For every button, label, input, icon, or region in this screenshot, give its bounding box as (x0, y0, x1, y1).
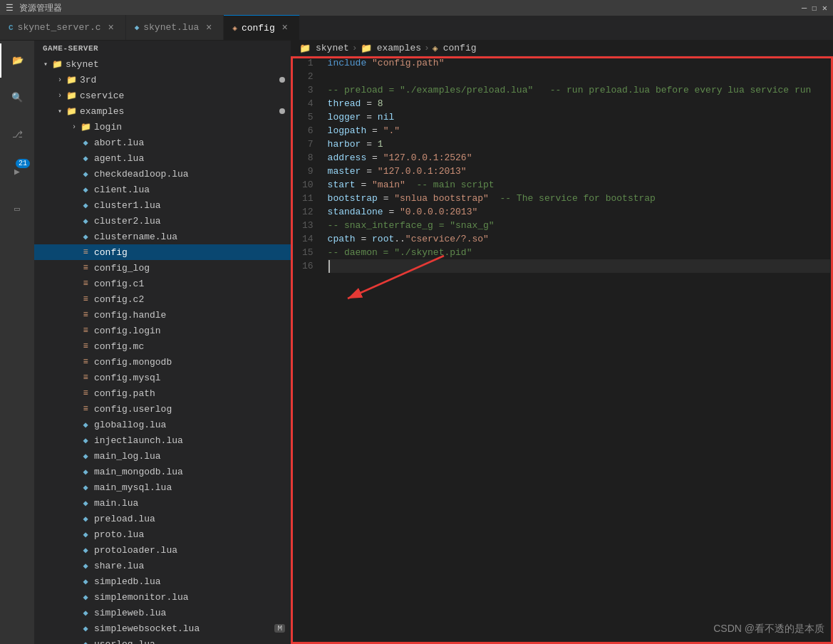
sidebar-item-protoloader-lua[interactable]: › ◆ protoloader.lua (34, 542, 291, 558)
sidebar-item-examples[interactable]: ▾ 📁 examples (34, 103, 291, 119)
sidebar-item-globallog-lua[interactable]: › ◆ globallog.lua (34, 417, 291, 432)
activity-explorer[interactable]: 📂 (0, 43, 34, 78)
sidebar-item-3rd[interactable]: › 📁 3rd (34, 72, 291, 88)
line-num-7: 7 (302, 137, 314, 151)
sidebar-item-config[interactable]: › ≡ config (34, 244, 291, 260)
line-num-1: 1 (302, 56, 314, 70)
sidebar-item-injectlaunch-lua[interactable]: › ◆ injectlaunch.lua (34, 432, 291, 448)
sidebar-item-main-lua[interactable]: › ◆ main.lua (34, 495, 291, 511)
sidebar-item-simplewebsocket-lua[interactable]: › ◆ simplewebsocket.lua M (34, 620, 291, 636)
titlebar-title: 资源管理器 (19, 2, 62, 14)
sidebar-item-userlog-lua[interactable]: › ◆ userlog.lua (34, 636, 291, 644)
tab-bar: C skynet_server.c × ◆ skynet.lua × ◈ con… (0, 16, 833, 41)
explorer-icon: 📂 (12, 55, 24, 66)
token-num-1: 1 (378, 137, 383, 151)
sidebar-item-config-mongodb[interactable]: › ≡ config.mongodb (34, 354, 291, 370)
sidebar-item-config-login[interactable]: › ≡ config.login (34, 323, 291, 338)
activity-debug[interactable]: ▶ 21 (0, 155, 34, 189)
sidebar-item-preload-lua[interactable]: › ◆ preload.lua (34, 511, 291, 526)
sidebar-label-config-c2: config.c2 (94, 294, 144, 305)
sidebar-item-simpleweb-lua[interactable]: › ◆ simpleweb.lua (34, 605, 291, 620)
sidebar-item-skynet[interactable]: ▾ 📁 skynet (34, 56, 291, 72)
sidebar-item-main-mysql-lua[interactable]: › ◆ main_mysql.lua (34, 479, 291, 495)
sidebar-item-main-mongodb-lua[interactable]: › ◆ main_mongodb.lua (34, 464, 291, 479)
token-concat: .. (394, 232, 405, 246)
sidebar-label-main-mongodb-lua: main_mongodb.lua (94, 467, 183, 477)
code-editor[interactable]: 1 2 3 4 5 6 7 8 9 10 11 12 13 14 15 16 (291, 56, 833, 644)
activity-extensions[interactable]: ▭ (0, 192, 34, 226)
token-eq-thread: = (361, 97, 377, 110)
code-line-15: -- daemon = "./skynet.pid" (328, 246, 830, 259)
config-icon-handle: ≡ (80, 309, 91, 321)
line-num-14: 14 (302, 232, 314, 246)
sidebar-item-config-userlog[interactable]: › ≡ config.userlog (34, 401, 291, 417)
sidebar-item-cservice[interactable]: › 📁 cservice (34, 88, 291, 103)
sidebar-label-abort-lua: abort.lua (94, 137, 144, 148)
sidebar-content[interactable]: ▾ 📁 skynet › 📁 3rd › 📁 cservice (34, 56, 291, 644)
lua-icon-userlog: ◆ (80, 638, 91, 644)
tab-skynet-lua[interactable]: ◆ skynet.lua × (126, 15, 224, 40)
sidebar-item-client-lua[interactable]: › ◆ client.lua (34, 182, 291, 197)
lua-icon-simplewebsocket: ◆ (80, 623, 91, 634)
editor-area: 📁 skynet › 📁 examples › ◈ config 1 2 3 4 (291, 41, 833, 644)
token-root: root (372, 232, 394, 246)
token-str-master: "127.0.0.1:2013" (378, 165, 467, 178)
lua-icon-protoloader: ◆ (80, 544, 91, 556)
sidebar-item-cluster2-lua[interactable]: › ◆ cluster2.lua (34, 213, 291, 229)
sidebar-item-checkdeadloop-lua[interactable]: › ◆ checkdeadloop.lua (34, 166, 291, 182)
badge-simplewebsocket: M (274, 624, 285, 633)
sidebar-item-config-c2[interactable]: › ≡ config.c2 (34, 291, 291, 307)
arrow-icon-examples: ▾ (54, 105, 66, 117)
sidebar-item-clustername-lua[interactable]: › ◆ clustername.lua (34, 229, 291, 244)
git-icon: ⎇ (12, 129, 23, 140)
sidebar-item-agent-lua[interactable]: › ◆ agent.lua (34, 150, 291, 166)
arrow-icon-3rd: › (54, 74, 66, 85)
token-str-dot: "." (383, 124, 400, 137)
sidebar-label-simplewebsocket-lua: simplewebsocket.lua (94, 623, 200, 634)
sidebar-item-share-lua[interactable]: › ◆ share.lua (34, 558, 291, 573)
sidebar-item-cluster1-lua[interactable]: › ◆ cluster1.lua (34, 197, 291, 213)
watermark: CSDN @看不透的是本质 (713, 623, 824, 635)
token-cpath: cpath (328, 232, 356, 246)
tab-close-config[interactable]: × (279, 22, 291, 33)
sidebar-item-simplemonitor-lua[interactable]: › ◆ simplemonitor.lua (34, 589, 291, 605)
lua-icon-cluster1: ◆ (80, 199, 91, 211)
sidebar-item-config-c1[interactable]: › ≡ config.c1 (34, 276, 291, 291)
breadcrumb-folder-icon: 📁 (299, 43, 311, 54)
sidebar-item-proto-lua[interactable]: › ◆ proto.lua (34, 526, 291, 542)
lua-icon-cluster2: ◆ (80, 215, 91, 227)
tab-skynet-server-c[interactable]: C skynet_server.c × (0, 15, 126, 40)
sidebar-item-login[interactable]: › 📁 login (34, 119, 291, 135)
sidebar-header: GAME-SERVER (34, 41, 291, 56)
lua-icon-injectlaunch: ◆ (80, 435, 91, 446)
lua-icon-simpledb: ◆ (80, 576, 91, 587)
config-icon-config: ≡ (80, 246, 91, 258)
sidebar-item-config-log[interactable]: › ≡ config_log (34, 260, 291, 276)
breadcrumb-config[interactable]: config (443, 43, 477, 53)
activity-git[interactable]: ⎇ (0, 118, 34, 152)
lua-icon-clustername: ◆ (80, 231, 91, 242)
code-line-7: harbor = 1 (328, 137, 830, 151)
tab-config[interactable]: ◈ config × (224, 15, 299, 40)
sidebar-item-config-mysql[interactable]: › ≡ config.mysql (34, 370, 291, 385)
sidebar-item-config-handle[interactable]: › ≡ config.handle (34, 307, 291, 323)
token-eq-master: = (361, 165, 377, 178)
token-config-path: "config.path" (372, 56, 444, 70)
line-num-4: 4 (302, 97, 314, 110)
config-icon-mysql: ≡ (80, 372, 91, 383)
line-num-5: 5 (302, 110, 314, 124)
tab-close-skynet-server-c[interactable]: × (105, 22, 117, 33)
tab-close-skynet-lua[interactable]: × (203, 22, 214, 33)
sidebar-item-config-mc[interactable]: › ≡ config.mc (34, 338, 291, 354)
sidebar-item-abort-lua[interactable]: › ◆ abort.lua (34, 135, 291, 150)
breadcrumb-skynet[interactable]: skynet (316, 43, 349, 53)
sidebar-item-config-path[interactable]: › ≡ config.path (34, 385, 291, 401)
token-cmt-service: -- The service for bootstrap (500, 192, 655, 205)
breadcrumb-examples[interactable]: examples (377, 43, 421, 53)
sidebar-item-main-log-lua[interactable]: › ◆ main_log.lua (34, 448, 291, 464)
line-num-3: 3 (302, 83, 314, 97)
sidebar-item-simpledb-lua[interactable]: › ◆ simpledb.lua (34, 573, 291, 589)
token-eq-logpath: = (366, 124, 383, 137)
line-num-6: 6 (302, 124, 314, 137)
activity-search[interactable]: 🔍 (0, 80, 34, 115)
